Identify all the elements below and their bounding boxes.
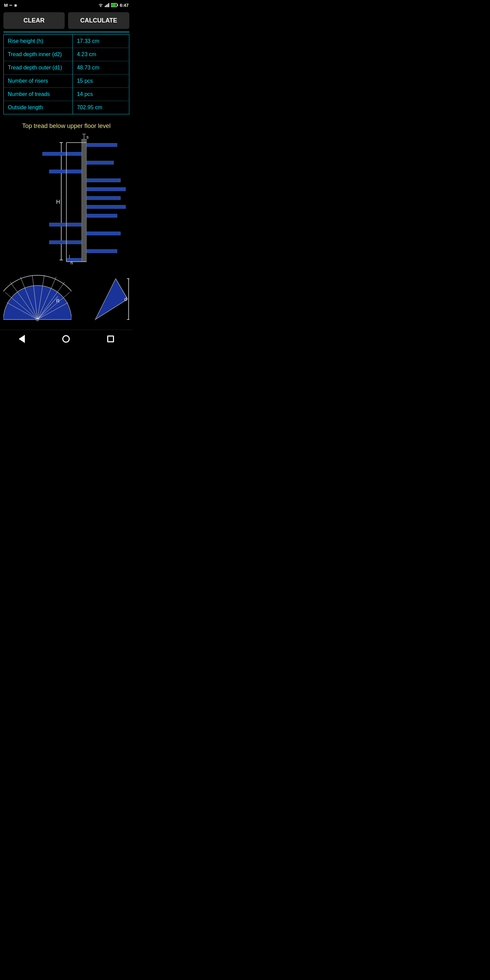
clear-button[interactable]: CLEAR: [3, 12, 65, 29]
svg-rect-23: [86, 179, 121, 182]
table-row: Rise height (h)17.33 cm: [4, 35, 129, 48]
result-label: Tread depth outer (d1): [4, 61, 73, 75]
svg-rect-1: [105, 6, 106, 7]
svg-rect-3: [107, 4, 108, 7]
svg-rect-4: [108, 3, 109, 7]
svg-text:R: R: [56, 298, 60, 304]
svg-rect-20: [43, 152, 82, 156]
camera-icon: ◉: [14, 3, 18, 8]
result-value: 702.95 cm: [73, 101, 129, 115]
svg-text:d: d: [124, 296, 127, 302]
svg-rect-30: [49, 240, 82, 244]
results-table: Rise height (h)17.33 cmTread depth inner…: [3, 34, 129, 115]
result-value: 4.23 cm: [73, 48, 129, 61]
home-button[interactable]: [61, 334, 71, 344]
status-bar: M •• ◉ 6:47: [0, 0, 133, 10]
svg-rect-24: [86, 188, 126, 191]
recent-icon: [107, 336, 114, 342]
result-label: Outside length: [4, 101, 73, 115]
stair-side-diagram: s H h: [3, 132, 129, 269]
result-value: 17.33 cm: [73, 35, 129, 48]
svg-rect-2: [106, 5, 107, 7]
svg-rect-7: [111, 4, 116, 6]
table-row: Number of risers15 pcs: [4, 75, 129, 88]
notification-dots: ••: [10, 3, 12, 7]
recent-button[interactable]: [106, 334, 115, 344]
svg-rect-25: [86, 196, 121, 200]
signal-icon: [105, 3, 110, 7]
battery-icon: [111, 3, 118, 7]
result-value: 48.73 cm: [73, 61, 129, 75]
status-time: 6:47: [120, 3, 129, 8]
table-row: Tread depth inner (d2)4.23 cm: [4, 48, 129, 61]
result-label: Tread depth inner (d2): [4, 48, 73, 61]
svg-point-0: [100, 6, 101, 7]
header-divider: [3, 32, 129, 32]
svg-rect-21: [86, 161, 114, 164]
svg-rect-28: [49, 223, 82, 226]
svg-rect-22: [49, 170, 82, 173]
result-label: Rise height (h): [4, 35, 73, 48]
bottom-diagrams: R d: [3, 272, 129, 326]
wifi-icon: [98, 3, 103, 7]
nav-bar: [0, 330, 133, 348]
svg-rect-31: [86, 250, 117, 253]
status-right: 6:47: [98, 3, 129, 8]
calculate-button[interactable]: CALCULATE: [68, 12, 129, 29]
result-label: Number of treads: [4, 88, 73, 101]
svg-rect-6: [118, 5, 118, 6]
result-value: 14 pcs: [73, 88, 129, 101]
svg-text:s: s: [86, 134, 89, 140]
svg-rect-29: [86, 232, 121, 235]
top-view-diagram: R: [3, 272, 72, 326]
back-icon: [19, 335, 25, 343]
svg-rect-19: [86, 143, 117, 147]
diagram-area: s H h: [0, 132, 133, 330]
table-row: Number of treads14 pcs: [4, 88, 129, 101]
home-icon: [62, 335, 70, 343]
sector-diagram: d: [75, 272, 129, 326]
result-value: 15 pcs: [73, 75, 129, 88]
svg-rect-8: [82, 139, 86, 262]
svg-rect-27: [86, 214, 117, 218]
back-button[interactable]: [18, 334, 26, 344]
svg-rect-32: [66, 258, 82, 262]
table-row: Tread depth outer (d1)48.73 cm: [4, 61, 129, 75]
svg-rect-26: [86, 205, 126, 208]
buttons-row: CLEAR CALCULATE: [0, 10, 133, 32]
svg-text:H: H: [56, 199, 60, 205]
gmail-icon: M: [4, 3, 8, 8]
table-row: Outside length702.95 cm: [4, 101, 129, 115]
status-left: M •• ◉: [4, 3, 18, 8]
result-label: Number of risers: [4, 75, 73, 88]
description-text: Top tread below upper floor level: [0, 116, 133, 132]
